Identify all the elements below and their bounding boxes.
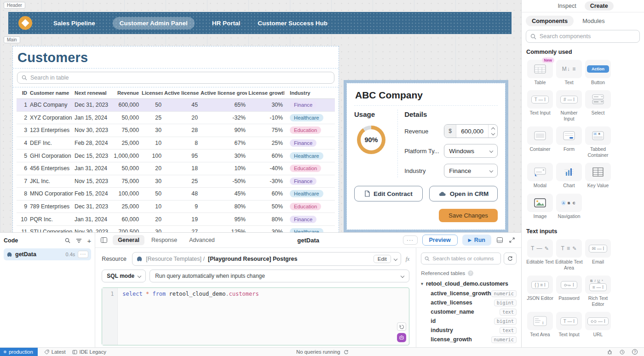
- component-card-select[interactable]: Select: [584, 90, 612, 122]
- run-button[interactable]: ▶Run: [462, 235, 491, 246]
- component-card-json-editor[interactable]: { } ≡ IJSON Editor: [526, 276, 554, 307]
- component-card-editable-text-area[interactable]: T ≡ ✎Editable Text Area: [555, 239, 583, 271]
- tab-create[interactable]: Create: [585, 1, 614, 11]
- editor-tab-advanced[interactable]: Advanced: [184, 235, 220, 245]
- number-input[interactable]: $600,000: [444, 124, 498, 138]
- stepper-up-icon[interactable]: [491, 127, 494, 131]
- save-changes-button[interactable]: Save Changes: [439, 209, 498, 222]
- column-header-customer-name[interactable]: Customer name: [29, 90, 73, 96]
- component-search-input[interactable]: [540, 33, 635, 40]
- help-icon[interactable]: ?: [632, 349, 638, 355]
- schema-field-license-growth[interactable]: license_growthnumeric: [421, 335, 517, 344]
- search-icon[interactable]: [65, 238, 70, 243]
- column-header-industry[interactable]: Industry: [284, 90, 335, 96]
- table-row[interactable]: 8MNO CorporationFeb 15, 2024100,00050484…: [17, 188, 335, 201]
- environment-badge[interactable]: production: [0, 348, 38, 356]
- sql-code-editor[interactable]: 1 select * from retool_cloud_demo.custom…: [102, 287, 409, 345]
- edit-contract-button[interactable]: Edit Contract: [354, 186, 423, 201]
- table-row[interactable]: 2XYZ CorporationJan 15, 202450,0002520-3…: [17, 112, 335, 125]
- data-table[interactable]: IDCustomer nameNext renewalRevenueLicens…: [13, 87, 339, 232]
- component-card-email[interactable]: ✉ — IEmail: [584, 239, 612, 271]
- stepper-control[interactable]: [488, 125, 497, 138]
- schema-field-industry[interactable]: industrytext: [421, 326, 517, 335]
- subtab-components[interactable]: Components: [526, 16, 574, 26]
- history-clock-icon[interactable]: [620, 350, 625, 355]
- app-navbar[interactable]: Sales PipelineCustomer Admin PanelHR Por…: [8, 12, 512, 34]
- nav-tab-sales-pipeline[interactable]: Sales Pipeline: [53, 20, 95, 27]
- customers-table-component[interactable]: Customers IDCustomer nameNext renewalRev…: [12, 46, 339, 232]
- component-card-text-input[interactable]: T — IText Input: [555, 312, 583, 338]
- expand-editor-icon[interactable]: [508, 236, 516, 244]
- open-in-crm-button[interactable]: Open in CRM: [429, 186, 498, 201]
- editor-tab-general[interactable]: General: [113, 235, 144, 245]
- filter-icon[interactable]: [76, 238, 82, 243]
- column-header-licenses[interactable]: Licenses: [140, 90, 163, 96]
- table-row[interactable]: 10PQR Inc.Jan 31, 202460,000201995%80%Fi…: [17, 213, 335, 226]
- query-item-getdata[interactable]: getData0.4s···: [4, 248, 91, 260]
- nav-tab-customer-success-hub[interactable]: Customer Success Hub: [258, 20, 328, 27]
- table-row[interactable]: 9789 EnterprisesDec 31, 202325,00010980%…: [17, 201, 335, 213]
- query-more-options-button[interactable]: ···: [403, 235, 418, 245]
- column-header-next-renewal[interactable]: Next renewal: [73, 90, 112, 96]
- subtab-modules[interactable]: Modules: [576, 16, 610, 26]
- component-card-button[interactable]: ActionButton: [584, 60, 612, 86]
- schema-field-active-license-growth[interactable]: active_license_growthnumeric: [421, 289, 517, 298]
- table-row[interactable]: 4DEF Inc.Feb 28, 202425,00010867%25%Fina…: [17, 137, 335, 150]
- version-selector[interactable]: Latest: [44, 349, 66, 355]
- ide-mode-selector[interactable]: IDE Legacy: [72, 349, 106, 355]
- nav-tab-hr-portal[interactable]: HR Portal: [212, 20, 241, 27]
- schema-search-input[interactable]: [432, 255, 497, 262]
- table-row[interactable]: 11STU CorporationNov 30, 2023700,5003027…: [17, 226, 335, 232]
- nav-tab-customer-admin-panel[interactable]: Customer Admin Panel: [113, 17, 195, 29]
- select-input[interactable]: Finance: [444, 164, 498, 178]
- resource-select[interactable]: [Resource Templates] / [Playground Resou…: [132, 252, 401, 266]
- editor-tab-response[interactable]: Response: [146, 235, 182, 245]
- table-row[interactable]: 5GHI CorporationDec 15, 20231,000,000100…: [17, 149, 335, 162]
- table-search-input[interactable]: [30, 75, 330, 81]
- query-history-icon[interactable]: [397, 322, 406, 331]
- sql-code[interactable]: select * from retool_cloud_demo.customer…: [118, 288, 409, 345]
- column-header-revenue[interactable]: Revenue: [112, 90, 140, 96]
- component-card-number-input[interactable]: # — INumber Input: [555, 90, 583, 122]
- query-item-more-icon[interactable]: ···: [78, 251, 88, 258]
- table-search[interactable]: [17, 72, 334, 84]
- detail-container-selection[interactable]: ABC Company Usage 90% Details Revenue$60…: [344, 80, 508, 232]
- toggle-bottom-panel-icon[interactable]: [496, 236, 504, 244]
- collapse-panel-icon[interactable]: [101, 237, 107, 243]
- schema-field-customer-name[interactable]: customer_nametext: [421, 307, 517, 316]
- component-card-text-area[interactable]: IText Area: [526, 312, 554, 338]
- column-header-license-growth[interactable]: License growth: [247, 90, 284, 96]
- component-search[interactable]: [526, 30, 640, 43]
- schema-field-active-licenses[interactable]: active_licensesbigint: [421, 298, 517, 307]
- column-header-active-license-growth[interactable]: Active license growth: [199, 90, 247, 96]
- component-card-container[interactable]: Container: [526, 126, 554, 158]
- table-row[interactable]: 6456 EnterprisesJan 31, 202450,000201810…: [17, 162, 335, 175]
- component-card-navigation[interactable]: ABCNavigation: [555, 194, 583, 219]
- refresh-schema-icon[interactable]: [504, 253, 517, 264]
- component-card-url[interactable]: — IURL: [584, 312, 612, 338]
- table-row[interactable]: 7JKL Inc.Nov 15, 202375,0003025-50%-30%F…: [17, 175, 335, 188]
- header-frame-tag[interactable]: Header: [4, 2, 25, 9]
- table-row[interactable]: 3123 EnterprisesNov 30, 202375,000302890…: [17, 124, 335, 137]
- column-header-id[interactable]: ID: [17, 90, 29, 96]
- ai-assistant-icon[interactable]: [397, 333, 406, 342]
- select-input[interactable]: Windows: [444, 144, 498, 158]
- component-card-text-input[interactable]: T — IText Input: [526, 90, 554, 122]
- debug-icon[interactable]: [607, 350, 612, 355]
- tab-inspect[interactable]: Inspect: [552, 1, 581, 11]
- component-card-rich-text-editor[interactable]: B I U *≡ — IRich Text Editor: [584, 276, 612, 307]
- add-query-icon[interactable]: +: [87, 237, 92, 244]
- component-card-image[interactable]: Image: [526, 194, 554, 219]
- component-card-modal[interactable]: Modal: [526, 163, 554, 189]
- component-card-form[interactable]: Form: [555, 126, 583, 158]
- sql-mode-select[interactable]: SQL mode: [102, 270, 146, 282]
- schema-table-row[interactable]: ▾ retool_cloud_demo.customers: [421, 281, 517, 287]
- component-card-key-value[interactable]: Key Value: [584, 163, 612, 189]
- column-header-active-licenses[interactable]: Active licenses: [163, 90, 199, 96]
- component-card-editable-text[interactable]: T — ✎Editable Text: [526, 239, 554, 271]
- component-card-table[interactable]: NewTable: [526, 60, 554, 86]
- run-behavior-select[interactable]: Run query automatically when inputs chan…: [150, 270, 409, 282]
- refresh-icon[interactable]: [344, 350, 349, 355]
- component-card-chart[interactable]: Chart: [555, 163, 583, 189]
- fx-toggle-icon[interactable]: fx: [406, 256, 410, 263]
